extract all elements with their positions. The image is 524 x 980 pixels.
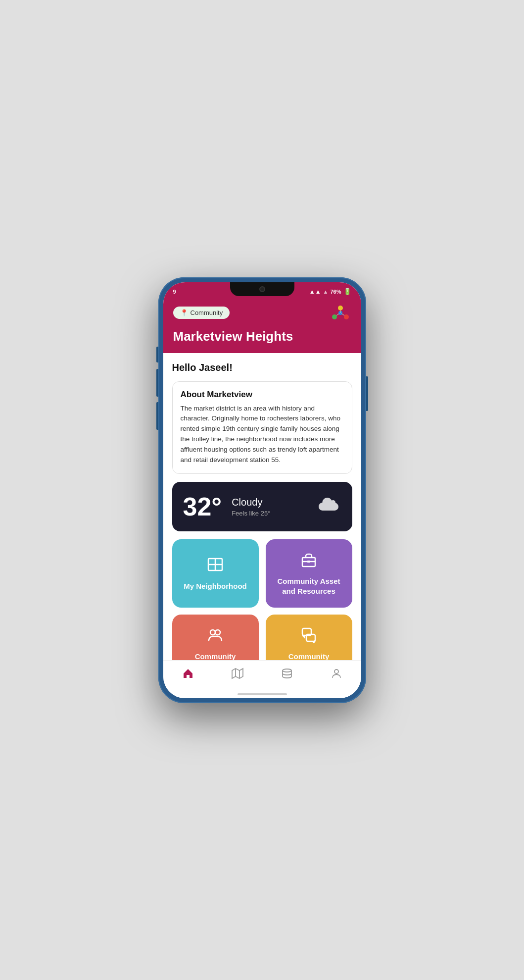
wifi-icon: ▲ xyxy=(323,289,329,295)
cloud-icon xyxy=(317,496,341,518)
about-card: About Marketview The market district is … xyxy=(172,381,352,474)
app-header: 📍 Community Marketview Heights xyxy=(163,298,361,353)
weather-temperature: 32° xyxy=(183,492,222,521)
signal-icon: ▲▲ xyxy=(309,288,321,295)
status-icons: ▲▲ ▲ 76% 🔋 xyxy=(309,288,351,295)
map-nav-icon xyxy=(232,668,243,682)
main-content: Hello Jaseel! About Marketview The marke… xyxy=(163,353,361,660)
page-title: Marketview Heights xyxy=(173,329,351,344)
community-assets-label: Community Asset and Resources xyxy=(273,576,345,596)
svg-point-13 xyxy=(210,630,215,635)
weather-feels-like: Feels like 25° xyxy=(232,510,316,517)
volume-silent-button[interactable] xyxy=(156,347,158,362)
my-neighborhood-button[interactable]: My Neighborhood xyxy=(172,539,259,608)
bottom-navigation xyxy=(163,660,361,694)
svg-marker-17 xyxy=(232,669,243,678)
discussions-icon xyxy=(300,626,317,647)
community-initiatives-button[interactable]: Community Initiatives xyxy=(172,615,259,660)
about-card-text: The market district is an area with hist… xyxy=(181,404,344,466)
svg-point-14 xyxy=(215,630,220,635)
community-assets-button[interactable]: Community Asset and Resources xyxy=(266,539,352,608)
weather-description: Cloudy Feels like 25° xyxy=(232,497,316,517)
assets-icon xyxy=(300,551,317,571)
power-button[interactable] xyxy=(366,376,368,411)
greeting-text: Hello Jaseel! xyxy=(172,362,352,373)
battery-percentage: 76% xyxy=(330,289,341,295)
phone-frame: 9 ▲▲ ▲ 76% 🔋 📍 Community xyxy=(158,277,366,703)
svg-line-5 xyxy=(336,313,339,315)
svg-point-0 xyxy=(338,306,343,310)
nav-home[interactable] xyxy=(174,666,202,684)
about-card-title: About Marketview xyxy=(181,390,344,400)
phone-screen: 9 ▲▲ ▲ 76% 🔋 📍 Community xyxy=(163,282,361,698)
svg-point-20 xyxy=(283,669,291,672)
svg-line-6 xyxy=(341,313,344,315)
community-initiatives-label: Community Initiatives xyxy=(179,652,252,660)
location-pin-icon: 📍 xyxy=(180,309,188,316)
home-indicator xyxy=(163,694,361,698)
notch xyxy=(230,282,294,296)
weather-card: 32° Cloudy Feels like 25° xyxy=(172,482,352,531)
home-nav-icon xyxy=(182,668,194,682)
community-badge[interactable]: 📍 Community xyxy=(173,307,230,319)
my-neighborhood-label: My Neighborhood xyxy=(184,581,247,591)
home-indicator-bar xyxy=(238,693,287,695)
nav-data[interactable] xyxy=(273,666,301,684)
header-top-row: 📍 Community xyxy=(173,302,351,324)
app-logo xyxy=(330,302,351,324)
community-discussions-button[interactable]: Community Discussions xyxy=(266,615,352,660)
weather-condition: Cloudy xyxy=(232,497,316,508)
svg-point-2 xyxy=(344,314,349,319)
battery-icon: 🔋 xyxy=(343,288,351,295)
feature-grid: My Neighborhood Community Asset and Reso… xyxy=(172,539,352,660)
neighborhood-icon xyxy=(207,556,224,576)
initiatives-icon xyxy=(207,626,224,647)
community-discussions-label: Community Discussions xyxy=(273,652,345,660)
svg-point-1 xyxy=(332,314,337,319)
front-camera xyxy=(259,286,265,292)
svg-point-21 xyxy=(334,670,338,673)
database-nav-icon xyxy=(281,668,293,682)
volume-down-button[interactable] xyxy=(156,402,158,430)
profile-nav-icon xyxy=(331,668,342,682)
svg-rect-12 xyxy=(307,561,310,563)
community-badge-label: Community xyxy=(191,309,223,316)
nav-profile[interactable] xyxy=(323,666,350,684)
volume-up-button[interactable] xyxy=(156,369,158,397)
nav-map[interactable] xyxy=(224,666,251,684)
